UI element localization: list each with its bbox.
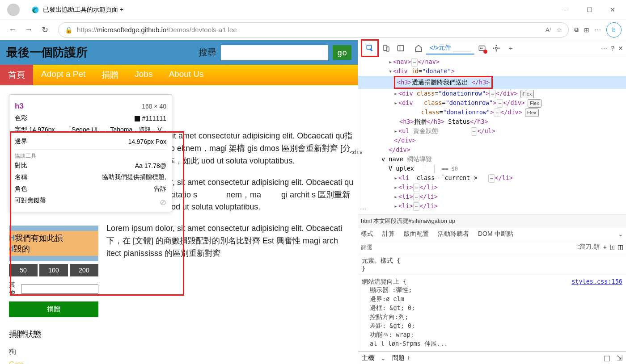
site-nav: 首頁 Adopt a Pet 捐贈 Jobs About Us bbox=[0, 65, 358, 85]
url-protocol: https:// bbox=[77, 26, 97, 33]
edge-icon bbox=[31, 6, 39, 14]
browser-tab[interactable]: 已發出協助工具的示範頁面 + bbox=[26, 4, 129, 16]
svg-rect-4 bbox=[398, 46, 404, 51]
box-model-icon[interactable]: ◫ bbox=[618, 243, 623, 251]
welcome-tab-icon[interactable] bbox=[412, 42, 425, 55]
tooltip-contrast-label: 對比 bbox=[15, 162, 27, 170]
tooltip-font-label: 字型 14.976px bbox=[15, 126, 55, 134]
lock-icon: 🔒 bbox=[65, 26, 72, 33]
tooltip-margin-value: 14.976px Pox bbox=[128, 138, 166, 145]
page-viewport: 最後一個防護所 搜尋 go 首頁 Adopt a Pet 捐贈 Jobs Abo… bbox=[0, 40, 358, 364]
styles-filter-input[interactable] bbox=[361, 244, 574, 251]
tab-computed[interactable]: 計算 bbox=[382, 230, 395, 238]
status-dogs[interactable]: 狗 bbox=[9, 346, 98, 359]
dom-tree[interactable]: ▸<nav>⋯</nav> ▾<div id="donate"> <h3>透過捐… bbox=[358, 56, 626, 214]
panel-toggle-button[interactable] bbox=[394, 42, 407, 55]
collections-icon[interactable]: ⊞ bbox=[584, 26, 589, 33]
site-search-input[interactable] bbox=[221, 45, 328, 60]
issues-label[interactable]: 問題 + bbox=[392, 354, 410, 362]
inspect-element-button[interactable] bbox=[363, 42, 376, 55]
donate-submit[interactable]: 捐贈 bbox=[9, 301, 98, 317]
devtools-panel: </> 元件 + ⋯ ? ✕ ▸<nav>⋯</nav> ▾<div id="d… bbox=[358, 40, 626, 364]
dom-selected-h3[interactable]: <h3>透過捐贈將我們送出 </h3> bbox=[358, 76, 626, 89]
nav-home[interactable]: 首頁 bbox=[0, 65, 33, 85]
maximize-button[interactable]: ☐ bbox=[579, 3, 599, 17]
tooltip-color-value: #111111 bbox=[135, 115, 166, 122]
hov-toggle[interactable]: :滾刀.類 bbox=[577, 243, 600, 251]
devtools-drawer: 主機⌄ 問題 + ◫ ⇲ bbox=[358, 351, 626, 364]
donate-50[interactable]: 50 bbox=[9, 264, 38, 276]
inspect-element-highlight bbox=[361, 39, 379, 57]
element-style-rule[interactable]: 元素。樣式 { } bbox=[358, 254, 626, 275]
elements-tab[interactable]: </> 元件 bbox=[426, 42, 474, 54]
tooltip-contrast-value: Aa 17.78@ bbox=[135, 162, 166, 169]
chevron-down-icon[interactable]: ⌄ bbox=[618, 230, 623, 238]
tab-listeners[interactable]: 活動聆聽者 bbox=[438, 230, 469, 238]
extensions-icon[interactable]: ⧉ bbox=[574, 26, 579, 33]
minimize-button[interactable]: ─ bbox=[556, 3, 576, 17]
devtools-close-icon[interactable]: ✕ bbox=[618, 45, 623, 52]
close-window-button[interactable]: ✕ bbox=[603, 3, 622, 17]
devtools-help-icon[interactable]: ? bbox=[611, 45, 614, 52]
forward-button[interactable]: → bbox=[21, 22, 37, 38]
new-rule-icon[interactable]: + bbox=[603, 243, 607, 251]
back-button[interactable]: ← bbox=[4, 22, 21, 38]
url-host: microsoftedge.github.io bbox=[97, 26, 166, 33]
h3-text-line2: 毀的 bbox=[14, 244, 30, 253]
elements-tab-input[interactable] bbox=[453, 44, 471, 51]
console-label[interactable]: 主機 bbox=[362, 354, 374, 362]
lorem-3: Lorem ipsum dolor, sit amet consectetur … bbox=[106, 222, 355, 260]
address-bar[interactable]: 🔒 https:// microsoftedge.github.io /Demo… bbox=[58, 22, 569, 38]
device-toggle-button[interactable] bbox=[380, 42, 393, 55]
donate-other-input[interactable] bbox=[21, 284, 98, 294]
tab-dom-breakpoints[interactable]: DOM 中斷點 bbox=[478, 230, 513, 238]
status-cats[interactable]: Cats bbox=[9, 359, 98, 364]
status-heading: 捐贈狀態 bbox=[9, 329, 98, 339]
donate-200[interactable]: 200 bbox=[70, 264, 98, 276]
css-rule-block[interactable]: styles.css:156 網站流覽向上 { 顯示器 :彈性; 邊界:ø el… bbox=[358, 275, 626, 351]
donate-amounts: 50 100 200 bbox=[9, 264, 98, 276]
tab-layout[interactable]: 版面配置 bbox=[404, 230, 429, 238]
devtools-toolbar: </> 元件 + ⋯ ? ✕ bbox=[358, 40, 626, 56]
nav-about[interactable]: About Us bbox=[161, 65, 211, 85]
svg-point-9 bbox=[495, 47, 498, 49]
tab-styles[interactable]: 樣式 bbox=[361, 230, 373, 238]
svg-point-13 bbox=[499, 48, 500, 49]
stylesheet-link[interactable]: styles.css:156 bbox=[571, 278, 622, 285]
overlay-div-label: <div bbox=[350, 149, 363, 155]
svg-point-8 bbox=[482, 48, 483, 49]
drawer-settings-icon[interactable]: ◫ bbox=[604, 354, 610, 362]
site-title: 最後一個防護所 bbox=[6, 45, 88, 60]
devtools-more-icon[interactable]: ⋯ bbox=[601, 45, 607, 52]
tooltip-color-label: 色彩 bbox=[15, 114, 27, 122]
drawer-dock-icon[interactable]: ⇲ bbox=[617, 354, 622, 362]
window-titlebar: 已發出協助工具的示範頁面 + ─ ☐ ✕ bbox=[0, 0, 626, 20]
new-tab-button[interactable]: + bbox=[504, 42, 517, 55]
tooltip-role-value: 告訴 bbox=[154, 185, 166, 193]
issues-tab-icon[interactable] bbox=[475, 42, 489, 55]
svg-point-10 bbox=[496, 45, 497, 46]
settings-menu-icon[interactable]: ⋯ bbox=[595, 26, 601, 33]
svg-point-12 bbox=[494, 48, 495, 49]
donate-100[interactable]: 100 bbox=[39, 264, 68, 276]
nav-adopt[interactable]: Adopt a Pet bbox=[33, 65, 93, 85]
dom-breadcrumb[interactable]: html 本文區段流覽#sitenavigation up bbox=[358, 214, 626, 228]
tooltip-focusable-label: 可對焦鍵盤 bbox=[15, 197, 46, 205]
search-go-button[interactable]: go bbox=[333, 45, 351, 60]
filter-pin-icon[interactable]: ⍐ bbox=[610, 243, 614, 251]
bing-chat-icon[interactable]: b bbox=[606, 22, 622, 38]
tooltip-role-label: 角色 bbox=[15, 185, 27, 193]
site-header: 最後一個防護所 搜尋 go bbox=[0, 40, 358, 65]
tooltip-a11y-header: 協助工具 bbox=[15, 149, 166, 160]
refresh-button[interactable]: ↻ bbox=[37, 22, 53, 38]
styles-filter-row: :滾刀.類 + ⍐ ◫ bbox=[358, 240, 626, 254]
svg-rect-1 bbox=[367, 45, 372, 49]
search-label: 搜尋 bbox=[199, 46, 216, 59]
sources-tab-icon[interactable] bbox=[490, 42, 503, 55]
nav-donate[interactable]: 捐贈 bbox=[93, 65, 127, 85]
profile-avatar[interactable] bbox=[7, 4, 20, 16]
nav-jobs[interactable]: Jobs bbox=[127, 65, 161, 85]
favorite-icon[interactable]: ☆ bbox=[556, 26, 562, 33]
read-aloud-icon[interactable]: A⁾ bbox=[546, 26, 551, 33]
tooltip-name-value: 協助我們提供捐贈標題, bbox=[102, 173, 166, 181]
